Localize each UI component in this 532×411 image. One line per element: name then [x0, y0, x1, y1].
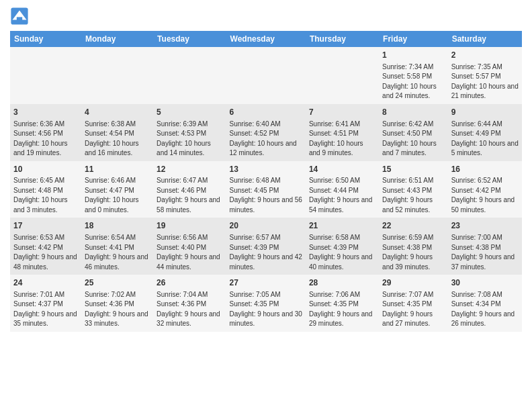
day-info: Sunrise: 6:53 AMSunset: 4:42 PMDaylight:… — [13, 233, 78, 272]
calendar-cell — [10, 47, 81, 104]
day-of-week-header: Thursday — [306, 31, 379, 47]
day-info: Sunrise: 6:54 AMSunset: 4:41 PMDaylight:… — [85, 233, 150, 272]
calendar-cell: 8Sunrise: 6:42 AMSunset: 4:50 PMDaylight… — [379, 104, 448, 161]
calendar-cell: 1Sunrise: 7:34 AMSunset: 5:58 PMDaylight… — [379, 47, 448, 104]
calendar-cell: 19Sunrise: 6:56 AMSunset: 4:40 PMDayligh… — [153, 218, 226, 275]
day-info: Sunrise: 7:34 AMSunset: 5:58 PMDaylight:… — [382, 62, 445, 101]
day-number: 8 — [382, 107, 445, 118]
day-info: Sunrise: 6:41 AMSunset: 4:51 PMDaylight:… — [309, 120, 375, 158]
day-number: 4 — [85, 107, 150, 118]
day-number: 15 — [382, 164, 445, 175]
calendar-week-row: 3Sunrise: 6:36 AMSunset: 4:56 PMDaylight… — [10, 104, 522, 161]
day-of-week-header: Saturday — [448, 31, 522, 47]
day-info: Sunrise: 6:58 AMSunset: 4:39 PMDaylight:… — [309, 233, 375, 272]
day-info: Sunrise: 6:56 AMSunset: 4:40 PMDaylight:… — [157, 233, 222, 272]
day-info: Sunrise: 6:45 AMSunset: 4:48 PMDaylight:… — [13, 176, 78, 215]
logo — [10, 7, 30, 26]
day-number: 11 — [85, 164, 150, 175]
day-number: 13 — [230, 164, 302, 175]
day-number: 9 — [451, 107, 519, 118]
calendar-cell — [81, 47, 153, 104]
day-number: 5 — [157, 107, 222, 118]
calendar-cell: 20Sunrise: 6:57 AMSunset: 4:39 PMDayligh… — [226, 218, 306, 275]
calendar-cell: 28Sunrise: 7:06 AMSunset: 4:35 PMDayligh… — [306, 275, 379, 332]
calendar-cell: 13Sunrise: 6:48 AMSunset: 4:45 PMDayligh… — [226, 161, 306, 218]
day-info: Sunrise: 6:52 AMSunset: 4:42 PMDaylight:… — [451, 176, 519, 215]
day-number: 7 — [309, 107, 375, 118]
calendar-cell: 29Sunrise: 7:07 AMSunset: 4:35 PMDayligh… — [379, 275, 448, 332]
calendar-header-row: SundayMondayTuesdayWednesdayThursdayFrid… — [10, 31, 522, 47]
day-number: 22 — [382, 220, 445, 232]
calendar-cell: 30Sunrise: 7:08 AMSunset: 4:34 PMDayligh… — [448, 275, 522, 332]
calendar-cell: 7Sunrise: 6:41 AMSunset: 4:51 PMDaylight… — [306, 104, 379, 161]
calendar-cell: 23Sunrise: 7:00 AMSunset: 4:38 PMDayligh… — [448, 218, 522, 275]
calendar-cell: 14Sunrise: 6:50 AMSunset: 4:44 PMDayligh… — [306, 161, 379, 218]
calendar-week-row: 24Sunrise: 7:01 AMSunset: 4:37 PMDayligh… — [10, 275, 522, 332]
day-number: 16 — [451, 164, 519, 175]
day-info: Sunrise: 6:40 AMSunset: 4:52 PMDaylight:… — [230, 120, 302, 158]
calendar-cell: 15Sunrise: 6:51 AMSunset: 4:43 PMDayligh… — [379, 161, 448, 218]
calendar-body: 1Sunrise: 7:34 AMSunset: 5:58 PMDaylight… — [10, 47, 522, 332]
day-number: 30 — [451, 277, 519, 289]
day-number: 14 — [309, 164, 375, 175]
day-number: 27 — [230, 277, 302, 289]
day-info: Sunrise: 7:05 AMSunset: 4:35 PMDaylight:… — [230, 290, 302, 329]
svg-rect-2 — [17, 17, 22, 21]
calendar-cell: 22Sunrise: 6:59 AMSunset: 4:38 PMDayligh… — [379, 218, 448, 275]
calendar-cell: 3Sunrise: 6:36 AMSunset: 4:56 PMDaylight… — [10, 104, 81, 161]
day-number: 2 — [451, 50, 519, 61]
day-number: 20 — [230, 220, 302, 232]
calendar-cell: 25Sunrise: 7:02 AMSunset: 4:36 PMDayligh… — [81, 275, 153, 332]
day-of-week-header: Wednesday — [226, 31, 306, 47]
day-info: Sunrise: 6:57 AMSunset: 4:39 PMDaylight:… — [230, 233, 302, 272]
calendar-week-row: 1Sunrise: 7:34 AMSunset: 5:58 PMDaylight… — [10, 47, 522, 104]
calendar-cell: 6Sunrise: 6:40 AMSunset: 4:52 PMDaylight… — [226, 104, 306, 161]
calendar-cell: 4Sunrise: 6:38 AMSunset: 4:54 PMDaylight… — [81, 104, 153, 161]
day-info: Sunrise: 6:46 AMSunset: 4:47 PMDaylight:… — [85, 176, 150, 215]
day-info: Sunrise: 7:01 AMSunset: 4:37 PMDaylight:… — [13, 290, 78, 329]
calendar-cell: 21Sunrise: 6:58 AMSunset: 4:39 PMDayligh… — [306, 218, 379, 275]
day-of-week-header: Friday — [379, 31, 448, 47]
day-of-week-header: Sunday — [10, 31, 81, 47]
calendar-cell: 18Sunrise: 6:54 AMSunset: 4:41 PMDayligh… — [81, 218, 153, 275]
day-number: 6 — [230, 107, 302, 118]
day-number: 21 — [309, 220, 375, 232]
day-info: Sunrise: 7:08 AMSunset: 4:34 PMDaylight:… — [451, 290, 519, 329]
day-info: Sunrise: 7:02 AMSunset: 4:36 PMDaylight:… — [85, 290, 150, 329]
day-number: 29 — [382, 277, 445, 289]
calendar-cell — [153, 47, 226, 104]
calendar-week-row: 10Sunrise: 6:45 AMSunset: 4:48 PMDayligh… — [10, 161, 522, 218]
day-number: 1 — [382, 50, 445, 61]
logo-icon — [10, 7, 29, 26]
day-number: 19 — [157, 220, 222, 232]
calendar-cell: 12Sunrise: 6:47 AMSunset: 4:46 PMDayligh… — [153, 161, 226, 218]
calendar-cell: 10Sunrise: 6:45 AMSunset: 4:48 PMDayligh… — [10, 161, 81, 218]
calendar-cell: 24Sunrise: 7:01 AMSunset: 4:37 PMDayligh… — [10, 275, 81, 332]
calendar-cell: 5Sunrise: 6:39 AMSunset: 4:53 PMDaylight… — [153, 104, 226, 161]
calendar-cell: 16Sunrise: 6:52 AMSunset: 4:42 PMDayligh… — [448, 161, 522, 218]
day-info: Sunrise: 6:50 AMSunset: 4:44 PMDaylight:… — [309, 176, 375, 215]
calendar-cell — [306, 47, 379, 104]
header — [10, 7, 522, 26]
calendar-cell: 9Sunrise: 6:44 AMSunset: 4:49 PMDaylight… — [448, 104, 522, 161]
day-info: Sunrise: 6:59 AMSunset: 4:38 PMDaylight:… — [382, 233, 445, 272]
day-info: Sunrise: 7:35 AMSunset: 5:57 PMDaylight:… — [451, 62, 519, 101]
day-number: 12 — [157, 164, 222, 175]
calendar-cell: 17Sunrise: 6:53 AMSunset: 4:42 PMDayligh… — [10, 218, 81, 275]
calendar-cell: 26Sunrise: 7:04 AMSunset: 4:36 PMDayligh… — [153, 275, 226, 332]
day-of-week-header: Tuesday — [153, 31, 226, 47]
calendar-table: SundayMondayTuesdayWednesdayThursdayFrid… — [10, 31, 522, 332]
day-info: Sunrise: 6:47 AMSunset: 4:46 PMDaylight:… — [157, 176, 222, 215]
day-number: 28 — [309, 277, 375, 289]
day-info: Sunrise: 6:36 AMSunset: 4:56 PMDaylight:… — [13, 120, 78, 158]
day-number: 18 — [85, 220, 150, 232]
day-info: Sunrise: 6:42 AMSunset: 4:50 PMDaylight:… — [382, 120, 445, 158]
day-number: 10 — [13, 164, 78, 175]
page: SundayMondayTuesdayWednesdayThursdayFrid… — [0, 0, 532, 338]
calendar-cell: 11Sunrise: 6:46 AMSunset: 4:47 PMDayligh… — [81, 161, 153, 218]
calendar-cell — [226, 47, 306, 104]
day-info: Sunrise: 6:51 AMSunset: 4:43 PMDaylight:… — [382, 176, 445, 215]
day-info: Sunrise: 6:39 AMSunset: 4:53 PMDaylight:… — [157, 120, 222, 158]
calendar-cell: 2Sunrise: 7:35 AMSunset: 5:57 PMDaylight… — [448, 47, 522, 104]
calendar-cell: 27Sunrise: 7:05 AMSunset: 4:35 PMDayligh… — [226, 275, 306, 332]
